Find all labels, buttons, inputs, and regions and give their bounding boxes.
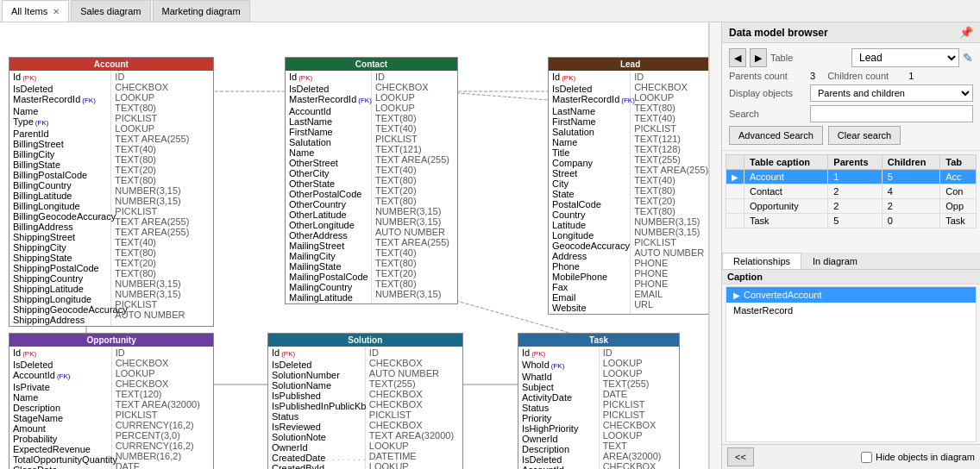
nav-fwd-button[interactable]: ▶ (750, 48, 767, 67)
field-type-row: TEXT AREA(32000) (603, 441, 676, 461)
field-row: Type(FK) (13, 116, 107, 128)
canvas-hint: . . . . . . . . . (332, 452, 377, 462)
field-type-row: CHECKBOX (375, 82, 454, 92)
field-type-row: LOOKUP (375, 92, 454, 103)
field-row: IsPublished (272, 391, 361, 401)
field-type-row: NUMBER(16,2) (116, 451, 210, 461)
field-type-row: LOOKUP (369, 461, 459, 469)
field-type-row: TEXT(80) (375, 175, 454, 185)
field-type-row: TEXT(40) (115, 144, 209, 154)
hide-objects-check[interactable]: Hide objects in diagram (861, 452, 975, 463)
advanced-search-button[interactable]: Advanced Search (729, 126, 823, 145)
field-row: Website (552, 303, 626, 313)
tab-marketing[interactable]: Marketing diagram (153, 0, 250, 22)
col-parents-header[interactable]: Parents (828, 155, 882, 170)
field-row: ShippingAddress (13, 315, 107, 325)
entity-task[interactable]: TaskId(PK)WhoId(FK)WhatIdSubjectActivity… (518, 333, 680, 469)
field-type-row: CHECKBOX (603, 420, 676, 430)
panel-pin-icon[interactable]: 📌 (959, 26, 973, 39)
field-type-row: PHONE (634, 278, 708, 289)
tab-in-diagram[interactable]: In diagram (801, 253, 869, 269)
entity-opportunity[interactable]: OpportunityId(PK)IsDeletedAccountId(FK)I… (9, 333, 214, 469)
field-type-row: LOOKUP (603, 368, 676, 378)
rel-item-1[interactable]: MasterRecord (726, 303, 976, 318)
field-type-row: DATETIME (369, 451, 459, 461)
table-row[interactable]: Opportunity 2 2 Opp (726, 199, 977, 214)
field-type-row: DATE (603, 389, 676, 399)
entity-solution[interactable]: SolutionId(PK)IsDeletedSolutionNumberSol… (267, 333, 463, 469)
field-type-row: CHECKBOX (369, 389, 459, 399)
clear-search-button[interactable]: Clear search (828, 126, 901, 145)
tab-all-items[interactable]: All Items ✕ (2, 0, 69, 22)
field-type-row: PICKLIST (634, 123, 708, 134)
field-type-row: TEXT(255) (369, 378, 459, 389)
field-type-row: AUTO NUMBER (115, 310, 209, 320)
display-select[interactable]: Parents and children Parents only Childr… (810, 84, 973, 102)
field-row: Name (13, 392, 108, 403)
rel-list[interactable]: ▶ ConvertedAccount MasterRecord (726, 286, 977, 442)
table-row[interactable]: Task 5 0 Task (726, 214, 977, 228)
caption-col-header: Caption (727, 272, 763, 282)
col-children-header[interactable]: Children (882, 155, 939, 170)
tab-close-icon[interactable]: ✕ (53, 7, 60, 16)
field-type-row: PICKLIST (115, 299, 209, 310)
edit-icon[interactable]: ✎ (963, 51, 973, 65)
field-type-row: TEXT(80) (115, 103, 209, 113)
table-row[interactable]: ▶ Account 1 5 Acc (726, 170, 977, 184)
field-type-row: ID (375, 72, 454, 82)
field-type-row: TEXT(80) (375, 113, 454, 123)
col-caption-header[interactable]: Table caption (744, 155, 828, 170)
field-type-row: AUTO NUMBER (375, 227, 454, 237)
field-type-row: AUTO NUMBER (634, 247, 708, 258)
right-panel: Data model browser 📌 ◀ ▶ Table Lead Acco… (721, 22, 980, 469)
canvas[interactable]: AccountId(PK)IsDeletedMasterRecordId(FK)… (0, 22, 709, 469)
tab-relationships[interactable]: Relationships (722, 253, 801, 269)
tab-sales[interactable]: Sales diagram (71, 0, 150, 22)
field-type-row: PICKLIST (634, 237, 708, 247)
field-type-row: CHECKBOX (116, 378, 210, 389)
field-type-row: TEXT(20) (375, 185, 454, 196)
entity-contact[interactable]: ContactId(PK)IsDeletedMasterRecordId(FK)… (285, 57, 458, 304)
field-row: State (552, 189, 626, 199)
canvas-vscroll[interactable] (709, 22, 721, 469)
field-row: AccountId (289, 106, 368, 116)
field-row: AccountId(FK) (13, 370, 108, 382)
field-row: Id(PK) (522, 347, 595, 360)
field-type-row: TEXT(80) (375, 196, 454, 206)
field-type-row: CURRENCY(16,2) (116, 441, 210, 451)
field-type-row: TEXT(40) (115, 237, 209, 247)
field-row: Amount (13, 423, 108, 434)
field-row: OtherPostalCode (289, 189, 368, 199)
entity-account[interactable]: AccountId(PK)IsDeletedMasterRecordId(FK)… (9, 57, 214, 327)
rel-item-0[interactable]: ▶ ConvertedAccount (726, 287, 976, 303)
row-tab: Acc (940, 170, 977, 184)
field-row: OtherLatitude (289, 209, 368, 220)
field-row: BillingGeocodeAccuracy (13, 211, 107, 222)
nav-back-button[interactable]: ◀ (729, 48, 746, 67)
tab-marketing-label: Marketing diagram (162, 6, 241, 16)
field-type-row: TEXT(120) (116, 389, 210, 399)
field-row: ShippingLatitude (13, 284, 107, 294)
field-row: Title (552, 147, 626, 158)
search-input[interactable] (810, 105, 973, 122)
col-tab-header[interactable]: Tab (940, 155, 977, 170)
field-type-row: LOOKUP (603, 358, 676, 368)
hide-checkbox[interactable] (861, 452, 872, 463)
field-type-row: NUMBER(3,15) (115, 196, 209, 206)
table-list-scroll[interactable]: Table caption Parents Children Tab ▶ Acc… (726, 154, 977, 249)
field-type-row: NUMBER(3,15) (634, 216, 708, 227)
field-row: IsDeleted (522, 454, 595, 465)
field-type-row: NUMBER(3,15) (115, 278, 209, 289)
table-select[interactable]: Lead Account Contact Opportunity Task So… (851, 48, 959, 67)
field-row: ActivityDate (522, 392, 595, 403)
table-row[interactable]: Contact 2 4 Con (726, 184, 977, 199)
field-row: Fax (552, 282, 626, 292)
field-row: BillingAddress (13, 222, 107, 232)
nav-first-button[interactable]: << (727, 447, 754, 466)
field-type-row: DATE (116, 461, 210, 469)
field-row: Email (552, 292, 626, 303)
field-row: Id(PK) (552, 72, 626, 84)
field-row: SolutionName (272, 380, 361, 391)
field-row: Id(PK) (289, 72, 368, 84)
entity-lead[interactable]: LeadId(PK)IsDeletedMasterRecordId(FK)Las… (548, 57, 709, 315)
